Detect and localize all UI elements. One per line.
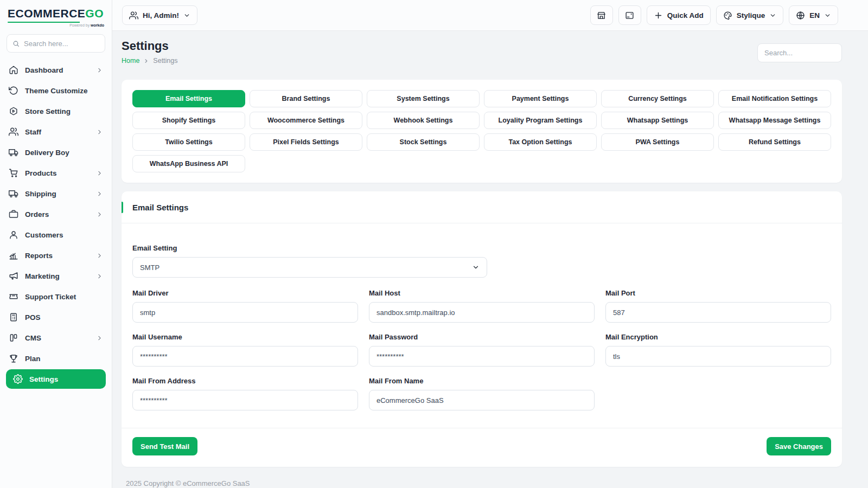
sidebar-item-reports[interactable]: Reports [0,245,112,266]
mail-encryption-label: Mail Encryption [605,333,831,341]
email-setting-select[interactable]: SMTP [132,257,487,278]
main-content: Settings Home Settings Email SettingsBra… [112,31,868,488]
mail-from-address-field: Mail From Address [132,377,358,410]
tab-webhook-settings[interactable]: Webhook Settings [367,112,480,129]
palette-icon [723,11,732,20]
language-menu-button[interactable]: EN [789,5,838,25]
mail-port-field: Mail Port [605,289,831,323]
sidebar: ECOMMERCEGO Powered by workdo DashboardT… [0,0,112,488]
sidebar-item-cms[interactable]: CMS [0,328,112,348]
chevron-right-icon [96,129,103,136]
sidebar-item-label: Settings [29,375,99,383]
user-icon [9,230,18,240]
tab-payment-settings[interactable]: Payment Settings [484,90,597,107]
send-test-mail-button[interactable]: Send Test Mail [132,437,197,455]
stylique-menu-button[interactable]: Stylique [716,5,784,25]
tab-system-settings[interactable]: System Settings [367,90,480,107]
mail-from-name-input[interactable] [369,390,595,410]
tab-whatsapp-message-settings[interactable]: Whatsapp Message Settings [718,112,831,129]
tab-pixel-fields-settings[interactable]: Pixel Fields Settings [250,133,362,151]
sidebar-item-delivery-boy[interactable]: Delivery Boy [0,142,112,163]
user-menu-button[interactable]: Hi, Admin! [122,5,197,25]
chevron-right-icon [96,335,103,342]
sidebar-item-dashboard[interactable]: Dashboard [0,60,112,80]
mail-port-input[interactable] [605,302,831,323]
brand-underline [8,22,104,23]
tab-brand-settings[interactable]: Brand Settings [250,90,362,107]
plus-icon [654,11,663,20]
sidebar-item-theme-customize[interactable]: Theme Customize [0,80,112,101]
theme-preview-button[interactable] [618,5,641,25]
sidebar-item-orders[interactable]: Orders [0,204,112,224]
rotate-icon [9,86,18,95]
bar-chart-icon [9,251,18,260]
tab-loyality-program-settings[interactable]: Loyality Program Settings [484,112,597,129]
quick-add-button[interactable]: Quick Add [647,5,711,25]
mail-from-address-input[interactable] [132,390,358,410]
storefront-button[interactable] [590,5,613,25]
breadcrumb-current: Settings [153,57,177,65]
mail-username-input[interactable] [132,346,358,367]
mail-username-label: Mail Username [132,333,358,341]
globe-icon [796,11,805,20]
users-icon [9,127,18,137]
sidebar-item-label: Orders [25,210,90,219]
sidebar-item-label: CMS [25,334,90,342]
tab-email-settings[interactable]: Email Settings [132,90,245,107]
brand-logo[interactable]: ECOMMERCEGO Powered by workdo [0,0,112,27]
email-setting-selected-value: SMTP [140,264,159,272]
chevron-right-icon [96,67,103,74]
briefcase-icon [9,209,18,219]
brand-name: ECOMMERCEGO [8,7,104,20]
chevron-right-icon [96,190,103,197]
chevron-down-icon [183,12,190,19]
tab-whatsapp-business-api[interactable]: WhatsApp Business API [132,155,245,172]
tab-shopify-settings[interactable]: Shopify Settings [132,112,245,129]
sidebar-item-staff[interactable]: Staff [0,121,112,142]
mail-password-input[interactable] [369,346,595,367]
sidebar-item-customers[interactable]: Customers [0,224,112,245]
sidebar-item-marketing[interactable]: Marketing [0,266,112,286]
stylique-label: Stylique [737,11,765,20]
mail-driver-field: Mail Driver [132,289,358,323]
save-changes-button[interactable]: Save Changes [767,437,831,455]
breadcrumb-home-link[interactable]: Home [122,57,139,65]
settings-tabs-card: Email SettingsBrand SettingsSystem Setti… [122,80,842,183]
sidebar-item-support-ticket[interactable]: Support Ticket [0,286,112,307]
layout-icon [9,333,18,343]
tab-whatsapp-settings[interactable]: Whatsapp Settings [601,112,714,129]
sidebar-item-label: Store Setting [25,107,103,115]
sidebar-item-plan[interactable]: Plan [0,348,112,369]
mail-username-field: Mail Username [132,333,358,367]
quick-add-label: Quick Add [667,11,704,20]
sidebar-item-settings[interactable]: Settings [6,369,106,389]
mail-driver-input[interactable] [132,302,358,323]
tab-woocommerce-settings[interactable]: Woocommerce Settings [250,112,362,129]
sidebar-item-store-setting[interactable]: Store Setting [0,101,112,121]
user-menu-label: Hi, Admin! [143,11,179,20]
sidebar-item-label: Delivery Boy [25,149,103,157]
mail-host-input[interactable] [369,302,595,323]
page-search-input[interactable] [757,43,842,62]
sidebar-search [7,34,105,53]
chevron-right-icon [96,170,103,177]
tab-email-notification-settings[interactable]: Email Notification Settings [718,90,831,107]
trophy-icon [9,354,18,363]
powered-by-label: Powered by workdo [8,23,104,27]
tab-tax-option-settings[interactable]: Tax Option Settings [484,133,597,151]
badge-play-icon [9,106,18,116]
tab-stock-settings[interactable]: Stock Settings [367,133,480,151]
chevron-right-icon [96,252,103,259]
tab-currency-settings[interactable]: Currency Settings [601,90,714,107]
app-window: ECOMMERCEGO Powered by workdo DashboardT… [0,0,868,488]
tab-refund-settings[interactable]: Refund Settings [718,133,831,151]
sidebar-search-input[interactable] [24,40,99,48]
sidebar-item-pos[interactable]: POS [0,307,112,328]
sidebar-item-products[interactable]: Products [0,163,112,183]
mail-encryption-input[interactable] [605,346,831,367]
sidebar-item-shipping[interactable]: Shipping [0,183,112,204]
tab-pwa-settings[interactable]: PWA Settings [601,133,714,151]
chevron-right-icon [96,273,103,280]
home-icon [9,65,18,75]
tab-twilio-settings[interactable]: Twilio Settings [132,133,245,151]
